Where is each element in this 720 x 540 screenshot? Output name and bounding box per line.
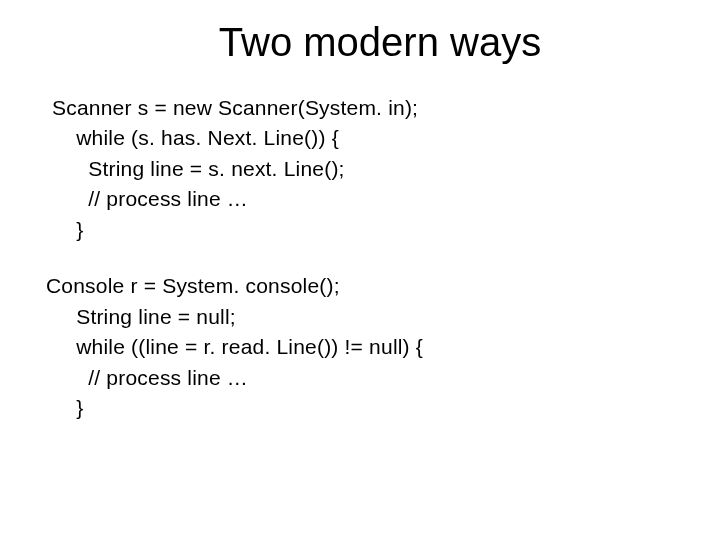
code-line: Scanner s = new Scanner(System. in); — [46, 96, 418, 119]
code-line: while (s. has. Next. Line()) { — [46, 126, 339, 149]
code-line: // process line … — [46, 187, 248, 210]
code-line: } — [46, 218, 83, 241]
code-line: // process line … — [46, 366, 248, 389]
code-block-2: Console r = System. console(); String li… — [0, 271, 720, 423]
code-line: String line = s. next. Line(); — [46, 157, 345, 180]
code-line: } — [46, 396, 83, 419]
slide-title: Two modern ways — [0, 0, 720, 93]
code-line: while ((line = r. read. Line()) != null)… — [46, 335, 423, 358]
code-line: String line = null; — [46, 305, 236, 328]
code-block-1: Scanner s = new Scanner(System. in); whi… — [0, 93, 720, 245]
code-line: Console r = System. console(); — [46, 274, 340, 297]
slide: Two modern ways Scanner s = new Scanner(… — [0, 0, 720, 540]
